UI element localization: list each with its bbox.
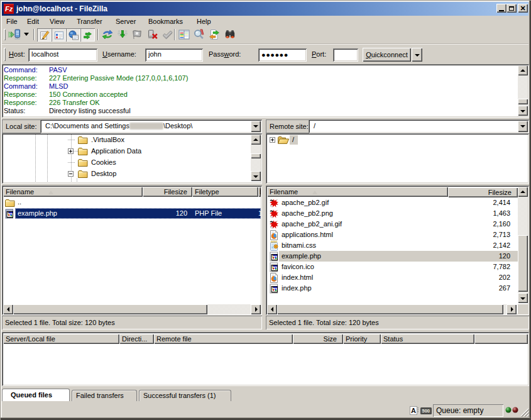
svg-text:500: 500 <box>422 408 430 414</box>
svg-text:A: A <box>411 407 416 414</box>
svg-text:Fz: Fz <box>5 5 13 13</box>
